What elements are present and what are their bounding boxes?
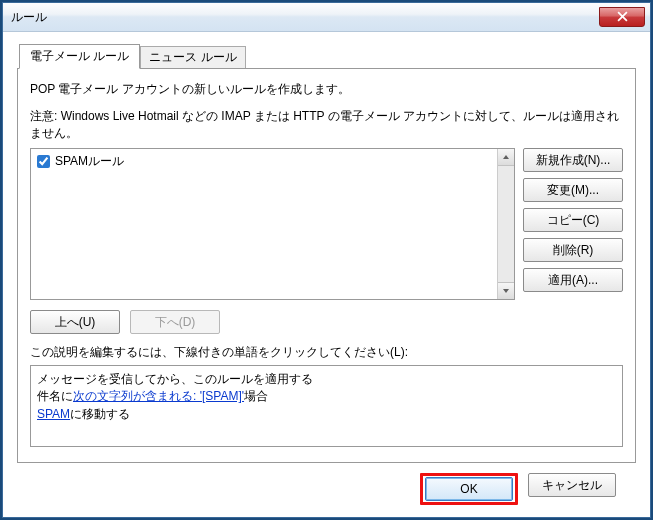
ok-button[interactable]: OK bbox=[425, 477, 513, 501]
new-rule-button[interactable]: 新規作成(N)... bbox=[523, 148, 623, 172]
copy-rule-button[interactable]: コピー(C) bbox=[523, 208, 623, 232]
description-line3: SPAMに移動する bbox=[37, 406, 616, 423]
description-line1: メッセージを受信してから、このルールを適用する bbox=[37, 371, 616, 388]
chevron-up-icon bbox=[502, 154, 510, 160]
window-title: ルール bbox=[11, 9, 47, 26]
scrollbar[interactable] bbox=[497, 149, 514, 299]
close-icon bbox=[617, 11, 628, 22]
titlebar: ルール bbox=[3, 3, 650, 32]
tab-strip: 電子メール ルール ニュース ルール bbox=[19, 44, 636, 68]
note-text: 注意: Windows Live Hotmail などの IMAP または HT… bbox=[30, 108, 623, 142]
instructions-text: POP 電子メール アカウントの新しいルールを作成します。 bbox=[30, 81, 623, 98]
dialog-buttons: OK キャンセル bbox=[17, 463, 636, 505]
tab-news-rules[interactable]: ニュース ルール bbox=[140, 46, 245, 68]
desc-line3-suffix: に移動する bbox=[70, 407, 130, 421]
scroll-down-button[interactable] bbox=[498, 282, 514, 299]
reorder-buttons: 上へ(U) 下へ(D) bbox=[30, 310, 623, 334]
description-line2: 件名に次の文字列が含まれる: '[SPAM]'場合 bbox=[37, 388, 616, 405]
scroll-track[interactable] bbox=[498, 166, 514, 282]
rule-checkbox[interactable] bbox=[37, 155, 50, 168]
close-button[interactable] bbox=[599, 7, 645, 27]
description-box: メッセージを受信してから、このルールを適用する 件名に次の文字列が含まれる: '… bbox=[30, 365, 623, 447]
delete-rule-button[interactable]: 削除(R) bbox=[523, 238, 623, 262]
tab-body: POP 電子メール アカウントの新しいルールを作成します。 注意: Window… bbox=[17, 68, 636, 463]
side-buttons: 新規作成(N)... 変更(M)... コピー(C) 削除(R) 適用(A)..… bbox=[523, 148, 623, 300]
action-link[interactable]: SPAM bbox=[37, 407, 70, 421]
move-up-button[interactable]: 上へ(U) bbox=[30, 310, 120, 334]
tab-email-rules[interactable]: 電子メール ルール bbox=[19, 44, 140, 69]
desc-line2-prefix: 件名に bbox=[37, 389, 73, 403]
tab-email-label: 電子メール ルール bbox=[30, 49, 129, 63]
rule-name: SPAMルール bbox=[55, 153, 124, 170]
scroll-up-button[interactable] bbox=[498, 149, 514, 166]
ok-highlight: OK bbox=[420, 473, 518, 505]
rule-list: SPAMルール bbox=[30, 148, 515, 300]
move-down-button: 下へ(D) bbox=[130, 310, 220, 334]
modify-rule-button[interactable]: 変更(M)... bbox=[523, 178, 623, 202]
list-item[interactable]: SPAMルール bbox=[35, 152, 493, 171]
description-label: この説明を編集するには、下線付きの単語をクリックしてください(L): bbox=[30, 344, 623, 361]
condition-link[interactable]: 次の文字列が含まれる: '[SPAM]' bbox=[73, 389, 244, 403]
chevron-down-icon bbox=[502, 288, 510, 294]
apply-rule-button[interactable]: 適用(A)... bbox=[523, 268, 623, 292]
cancel-button[interactable]: キャンセル bbox=[528, 473, 616, 497]
tab-news-label: ニュース ルール bbox=[149, 50, 236, 64]
rules-dialog: ルール 電子メール ルール ニュース ルール POP 電子メール アカウントの新… bbox=[2, 2, 651, 518]
desc-line2-suffix: 場合 bbox=[244, 389, 268, 403]
